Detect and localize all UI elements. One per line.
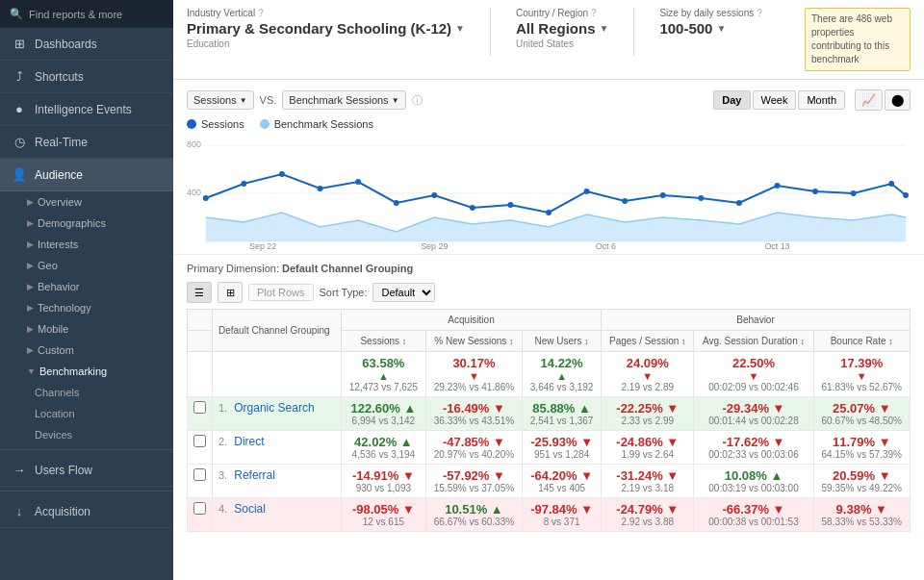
channel-link-direct[interactable]: Direct [234, 435, 264, 448]
chart-info-icon[interactable]: ⓘ [412, 93, 423, 108]
pages-value: -31.24% ▼ [607, 468, 687, 483]
svg-text:Sep 29: Sep 29 [421, 241, 448, 251]
sidebar-sub-custom[interactable]: ▶ Custom [0, 340, 173, 361]
info-icon[interactable]: ? [757, 8, 762, 18]
new-users-sub: 145 vs 405 [528, 483, 595, 493]
realtime-icon: ◷ [12, 135, 27, 149]
pct-new-value: -47.85% ▼ [432, 435, 516, 449]
table-controls: ☰ ⊞ Plot Rows Sort Type: Default [187, 282, 911, 303]
sidebar-item-usersflow[interactable]: → Users Flow [0, 454, 173, 487]
info-icon[interactable]: ? [258, 8, 264, 18]
channel-link-social[interactable]: Social [234, 502, 266, 516]
table-area: Primary Dimension: Default Channel Group… [173, 255, 924, 580]
svg-point-13 [507, 202, 513, 208]
down-arrow-icon: ▼ [773, 401, 785, 416]
pct-new-value: -57.92% ▼ [432, 468, 516, 483]
channel-link-organic-search[interactable]: Organic Search [234, 401, 314, 415]
metric-select-2[interactable]: Benchmark Sessions [282, 90, 405, 110]
row-checkbox-2[interactable] [193, 468, 206, 481]
svg-point-10 [394, 200, 399, 206]
sidebar-search[interactable]: 🔍 Find reports & more [0, 0, 173, 28]
row-checkbox-1[interactable] [193, 435, 206, 447]
sessions-sub: 12 vs 615 [347, 517, 420, 527]
sidebar-sub-overview[interactable]: ▶ Overview [0, 191, 173, 213]
sidebar-sub-label: Geo [38, 260, 58, 271]
down-arrow-icon: ▼ [879, 401, 891, 416]
up-arrow-icon: ▲ [400, 435, 413, 449]
svg-point-9 [355, 179, 361, 185]
sessions-sub: 6,994 vs 3,142 [347, 416, 420, 426]
chevron-down-icon: ▼ [600, 23, 609, 34]
sessions-cell: 122.60% ▲ 6,994 vs 3,142 [342, 397, 426, 431]
sidebar-item-acquisition[interactable]: ↓ Acquisition [0, 495, 173, 528]
svg-point-18 [698, 195, 704, 201]
sidebar-sub-devices[interactable]: Devices [0, 424, 173, 445]
sidebar-item-dashboards[interactable]: ⊞ Dashboards [0, 28, 173, 61]
sessions-header[interactable]: Sessions ↕ [342, 331, 426, 352]
channel-cell: 3. Referral [213, 465, 342, 498]
sidebar-sub-channels[interactable]: Channels [0, 382, 173, 403]
svg-point-15 [584, 189, 590, 194]
sessions-sub: 930 vs 1,093 [347, 483, 420, 493]
sidebar-item-audience[interactable]: 👤 Audience [0, 159, 173, 191]
country-value[interactable]: All Regions ▼ [516, 20, 608, 37]
bounce-cell: 20.59% ▼ 59.35% vs 49.22% [813, 465, 910, 498]
table-list-view-btn[interactable]: ☰ [187, 282, 212, 303]
duration-cell: 10.08% ▲ 00:03:19 vs 00:03:00 [694, 465, 813, 498]
channel-link-referral[interactable]: Referral [234, 468, 275, 482]
industry-value[interactable]: Primary & Secondary Schooling (K-12) ▼ [187, 20, 465, 37]
info-icon[interactable]: ? [591, 8, 597, 18]
new-users-header[interactable]: New Users ↕ [523, 331, 602, 352]
country-label: Country / Region ? [516, 8, 608, 18]
arrow-icon: ▶ [27, 218, 34, 228]
sort-arrow-icon: ↕ [584, 337, 589, 346]
new-users-value: -64.20% ▼ [528, 468, 595, 483]
sidebar-sub-behavior[interactable]: ▶ Behavior [0, 276, 173, 297]
sidebar-item-realtime[interactable]: ◷ Real-Time [0, 126, 173, 159]
duration-value: 10.08% ▲ [700, 468, 807, 483]
sidebar-sub-technology[interactable]: ▶ Technology [0, 297, 173, 318]
bounce-rate-header[interactable]: Bounce Rate ↕ [813, 331, 910, 352]
chart-month-btn[interactable]: Month [798, 90, 845, 110]
sort-select[interactable]: Default [372, 283, 435, 302]
table-grid-view-btn[interactable]: ⊞ [218, 282, 243, 303]
up-arrow-icon: ▲ [770, 468, 783, 483]
avg-duration-header[interactable]: Avg. Session Duration ↕ [694, 331, 813, 352]
sessions-value: -98.05% ▼ [347, 502, 420, 517]
row-checkbox-cell [188, 465, 213, 498]
sidebar-sub-location[interactable]: Location [0, 403, 173, 424]
sort-arrow-icon: ↕ [509, 337, 514, 346]
chart-line-btn[interactable]: 📈 [855, 89, 883, 111]
legend-sessions: Sessions [187, 118, 244, 130]
pages-session-header[interactable]: Pages / Session ↕ [602, 331, 694, 352]
sidebar-sub-geo[interactable]: ▶ Geo [0, 255, 173, 276]
sidebar-item-shortcuts[interactable]: ⤴ Shortcuts [0, 61, 173, 93]
bounce-cell: 9.38% ▼ 58.33% vs 53.33% [813, 498, 910, 532]
size-value[interactable]: 100-500 ▼ [659, 20, 761, 37]
new-users-sub: 951 vs 1,284 [528, 449, 595, 460]
down-arrow-icon: ▼ [773, 502, 785, 517]
size-label: Size by daily sessions ? [659, 8, 761, 18]
pages-value: -24.86% ▼ [607, 435, 687, 449]
row-checkbox-3[interactable] [193, 502, 206, 515]
down-arrow-icon: ▼ [666, 502, 679, 517]
down-arrow-icon: ▼ [493, 401, 505, 416]
sidebar-sub-mobile[interactable]: ▶ Mobile [0, 318, 173, 340]
bounce-sub: 64.15% vs 57.39% [820, 449, 904, 460]
chart-week-btn[interactable]: Week [753, 90, 797, 110]
sidebar-item-label: Users Flow [35, 464, 92, 477]
pct-new-header[interactable]: % New Sessions ↕ [425, 331, 522, 352]
sidebar-item-intelligence[interactable]: ● Intelligence Events [0, 93, 173, 126]
chart-day-btn[interactable]: Day [713, 90, 750, 110]
sidebar-sub-interests[interactable]: ▶ Interests [0, 234, 173, 255]
plot-rows-btn: Plot Rows [248, 284, 314, 301]
sidebar-sub-demographics[interactable]: ▶ Demographics [0, 213, 173, 234]
chart-bar-btn[interactable]: ⬤ [885, 89, 911, 111]
arrow-icon: ▶ [27, 303, 34, 313]
metric-select-1[interactable]: Sessions [187, 90, 254, 110]
row-checkbox-0[interactable] [193, 401, 206, 414]
bounce-value: 11.79% ▼ [820, 435, 904, 449]
row-number: 1. [218, 402, 231, 414]
table-row: 2. Direct 42.02% ▲ 4,536 vs 3,194 -47.85… [188, 431, 911, 465]
sidebar-sub-benchmarking[interactable]: ▼ Benchmarking [0, 361, 173, 382]
